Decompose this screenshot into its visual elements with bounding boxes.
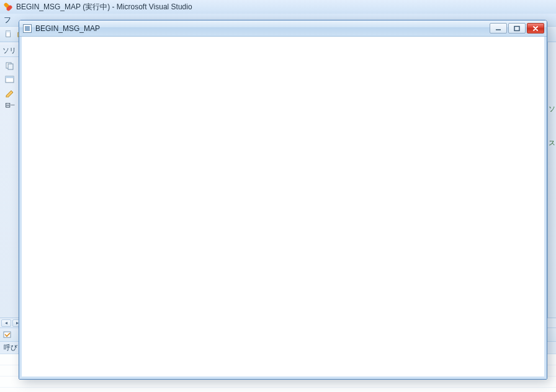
right-tab-2[interactable]: ス: [549, 138, 555, 148]
tree-collapse-icon[interactable]: ⊟┈: [5, 102, 15, 109]
child-client-area[interactable]: [19, 37, 547, 379]
vs-title-text: BEGIN_MSG_MAP (実行中) - Microsoft Visual S…: [16, 2, 192, 12]
callstack-icon[interactable]: [2, 330, 12, 340]
new-file-icon[interactable]: [4, 29, 14, 39]
svg-rect-3: [8, 64, 13, 69]
svg-rect-5: [6, 76, 14, 78]
minimize-button[interactable]: [490, 23, 507, 33]
window-buttons: [490, 23, 545, 33]
solution-explorer-tab[interactable]: ソリ: [0, 45, 19, 57]
bottom-tab-label[interactable]: 呼び: [4, 343, 17, 352]
child-window-title: BEGIN_MSG_MAP: [35, 24, 100, 33]
child-window[interactable]: BEGIN_MSG_MAP: [19, 20, 547, 380]
properties-icon[interactable]: [4, 74, 16, 84]
vs-logo-icon: [4, 2, 12, 11]
pencil-icon[interactable]: [4, 88, 16, 98]
close-button[interactable]: [527, 23, 544, 33]
vs-menu-item[interactable]: フ: [4, 15, 11, 25]
vs-titlebar[interactable]: BEGIN_MSG_MAP (実行中) - Microsoft Visual S…: [0, 0, 556, 14]
copy-icon[interactable]: [4, 61, 16, 71]
maximize-button[interactable]: [508, 23, 526, 33]
right-tab-1[interactable]: ソ: [549, 104, 555, 114]
app-icon[interactable]: [23, 24, 32, 33]
scroll-left-button[interactable]: ◂: [1, 319, 11, 327]
svg-rect-1: [6, 31, 11, 33]
child-titlebar[interactable]: BEGIN_MSG_MAP: [19, 20, 547, 37]
svg-rect-8: [514, 26, 519, 30]
